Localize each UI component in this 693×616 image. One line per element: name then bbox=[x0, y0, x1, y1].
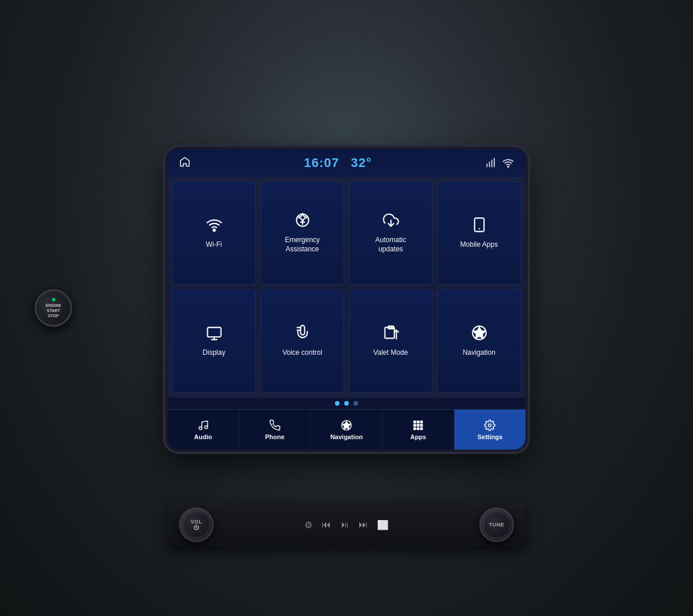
page-indicator bbox=[167, 398, 526, 409]
settings-nav-item[interactable]: Settings bbox=[454, 410, 526, 450]
voice-icon bbox=[295, 325, 311, 344]
mobile-apps-button[interactable]: Mobile Apps bbox=[437, 181, 521, 285]
engine-label: ENGINESTARTSTOP bbox=[46, 302, 61, 318]
settings-icon bbox=[484, 420, 495, 431]
settings-nav-label: Settings bbox=[478, 433, 502, 440]
signal-icon bbox=[485, 157, 497, 169]
screen-display: 16:07 32° bbox=[167, 149, 526, 450]
svg-point-34 bbox=[489, 424, 491, 426]
controls-strip: VOL⏻ ⚙ ⏮ ⏯ ⏭ ⬜ TUNE bbox=[167, 503, 526, 547]
svg-rect-12 bbox=[207, 328, 221, 337]
audio-nav-label: Audio bbox=[194, 433, 212, 440]
emergency-assistance-button[interactable]: EmergencyAssistance bbox=[260, 181, 344, 285]
prev-button[interactable]: ⏮ bbox=[322, 519, 331, 530]
updates-label: Automaticupdates bbox=[375, 236, 406, 254]
svg-rect-28 bbox=[414, 424, 416, 426]
bottom-navigation: Audio Phone Navigation bbox=[167, 409, 526, 450]
wifi-button[interactable]: Wi-Fi bbox=[172, 181, 256, 285]
vol-label: VOL⏻ bbox=[191, 519, 202, 530]
automatic-updates-button[interactable]: Automaticupdates bbox=[349, 181, 433, 285]
settings-grid: Wi-Fi EmergencyAssistance bbox=[167, 177, 526, 398]
svg-point-4 bbox=[508, 166, 509, 168]
updates-icon bbox=[383, 212, 399, 231]
emergency-icon bbox=[295, 212, 311, 231]
clock-display: 16:07 bbox=[304, 155, 339, 170]
temperature-display: 32° bbox=[351, 155, 372, 170]
physical-controls: VOL⏻ ⚙ ⏮ ⏯ ⏭ ⬜ TUNE bbox=[167, 503, 526, 547]
audio-nav-item[interactable]: Audio bbox=[167, 410, 239, 450]
svg-rect-25 bbox=[414, 421, 416, 422]
mobile-apps-label: Mobile Apps bbox=[460, 240, 498, 250]
eq-button[interactable]: ⚙ bbox=[304, 519, 312, 530]
vol-knob-inner: VOL⏻ bbox=[184, 512, 210, 538]
wifi-label: Wi-Fi bbox=[206, 240, 222, 250]
svg-rect-29 bbox=[418, 424, 419, 426]
valet-mode-button[interactable]: Valet Mode bbox=[349, 290, 433, 393]
valet-icon bbox=[383, 325, 399, 344]
tune-knob[interactable]: TUNE bbox=[479, 507, 514, 542]
next-button[interactable]: ⏭ bbox=[359, 519, 368, 530]
apps-nav-label: Apps bbox=[410, 433, 426, 440]
navigation-grid-button[interactable]: Navigation bbox=[437, 290, 521, 393]
screen-toggle-button[interactable]: ⬜ bbox=[377, 519, 389, 530]
tune-knob-inner: TUNE bbox=[484, 512, 510, 538]
svg-rect-30 bbox=[420, 424, 422, 426]
svg-rect-33 bbox=[420, 428, 422, 429]
phone-nav-item[interactable]: Phone bbox=[239, 410, 311, 450]
phone-icon bbox=[269, 420, 281, 431]
apps-nav-item[interactable]: Apps bbox=[383, 410, 454, 450]
play-pause-button[interactable]: ⏯ bbox=[340, 519, 349, 530]
svg-point-5 bbox=[213, 229, 215, 232]
page-dot-1[interactable] bbox=[335, 401, 340, 406]
header-clock-temp: 16:07 32° bbox=[304, 155, 372, 170]
engine-status-indicator bbox=[52, 298, 55, 301]
audio-icon bbox=[198, 420, 209, 431]
phone-nav-label: Phone bbox=[265, 433, 285, 440]
home-icon[interactable] bbox=[179, 156, 191, 170]
wifi-icon bbox=[206, 217, 222, 236]
infotainment-screen: 16:07 32° bbox=[167, 149, 526, 450]
wifi-header-icon bbox=[502, 157, 514, 169]
navigation-nav-item[interactable]: Navigation bbox=[311, 410, 382, 450]
display-icon bbox=[206, 325, 222, 344]
navigation-icon bbox=[471, 325, 487, 344]
engine-start-stop-button[interactable]: ENGINESTARTSTOP bbox=[35, 290, 72, 327]
voice-control-button[interactable]: Voice control bbox=[260, 290, 344, 393]
mobile-apps-icon bbox=[471, 217, 487, 236]
page-dot-3[interactable] bbox=[353, 401, 358, 406]
svg-point-22 bbox=[204, 425, 207, 428]
svg-rect-32 bbox=[418, 428, 419, 429]
valet-label: Valet Mode bbox=[374, 348, 408, 358]
svg-rect-27 bbox=[420, 421, 422, 422]
svg-rect-31 bbox=[414, 428, 416, 429]
display-label: Display bbox=[203, 348, 225, 358]
apps-icon bbox=[412, 420, 424, 431]
vol-knob[interactable]: VOL⏻ bbox=[179, 507, 214, 542]
emergency-label: EmergencyAssistance bbox=[285, 236, 320, 254]
display-button[interactable]: Display bbox=[172, 290, 256, 393]
header-status-icons bbox=[485, 157, 514, 169]
media-controls: ⚙ ⏮ ⏯ ⏭ ⬜ bbox=[304, 519, 389, 530]
voice-label: Voice control bbox=[282, 348, 322, 358]
svg-point-21 bbox=[199, 426, 202, 429]
navigation-grid-label: Navigation bbox=[463, 348, 495, 358]
screen-header: 16:07 32° bbox=[167, 149, 526, 177]
svg-rect-26 bbox=[418, 421, 419, 422]
navigation-nav-icon bbox=[341, 420, 352, 431]
navigation-nav-label: Navigation bbox=[330, 433, 363, 440]
page-dot-2[interactable] bbox=[344, 401, 349, 406]
tune-label: TUNE bbox=[489, 522, 505, 528]
